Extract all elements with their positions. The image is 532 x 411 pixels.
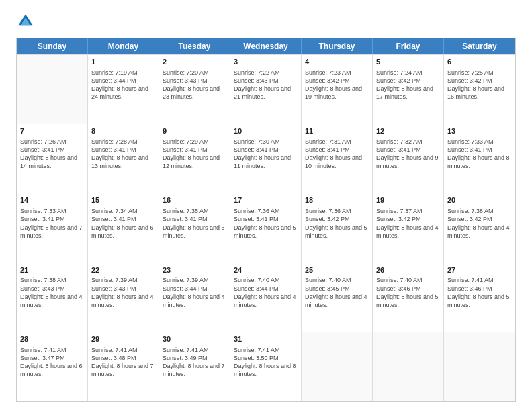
header-day-thursday: Thursday — [302, 38, 373, 54]
day-cell-1: 1Sunrise: 7:19 AMSunset: 3:44 PMDaylight… — [88, 55, 159, 124]
day-number: 4 — [305, 57, 369, 67]
cell-info: Sunrise: 7:39 AMSunset: 3:44 PMDaylight:… — [163, 276, 226, 309]
calendar-row-3: 14Sunrise: 7:33 AMSunset: 3:41 PMDayligh… — [17, 193, 515, 262]
calendar-row-2: 7Sunrise: 7:26 AMSunset: 3:41 PMDaylight… — [17, 124, 515, 193]
cell-info: Sunrise: 7:33 AMSunset: 3:41 PMDaylight:… — [20, 207, 84, 240]
day-cell-2: 2Sunrise: 7:20 AMSunset: 3:43 PMDaylight… — [159, 55, 230, 124]
page-header — [16, 12, 516, 31]
day-cell-11: 11Sunrise: 7:31 AMSunset: 3:41 PMDayligh… — [302, 124, 373, 193]
day-cell-31: 31Sunrise: 7:41 AMSunset: 3:50 PMDayligh… — [230, 332, 302, 401]
calendar-body: 1Sunrise: 7:19 AMSunset: 3:44 PMDaylight… — [17, 54, 515, 401]
calendar-row-4: 21Sunrise: 7:38 AMSunset: 3:43 PMDayligh… — [17, 263, 515, 332]
calendar-page: SundayMondayTuesdayWednesdayThursdayFrid… — [0, 0, 532, 411]
day-number: 31 — [234, 334, 298, 345]
day-cell-18: 18Sunrise: 7:36 AMSunset: 3:42 PMDayligh… — [302, 193, 373, 262]
header-day-tuesday: Tuesday — [159, 38, 230, 54]
day-number: 11 — [305, 126, 369, 136]
cell-info: Sunrise: 7:23 AMSunset: 3:42 PMDaylight:… — [305, 68, 369, 101]
day-number: 5 — [376, 57, 440, 67]
day-cell-30: 30Sunrise: 7:41 AMSunset: 3:49 PMDayligh… — [159, 332, 230, 401]
header-day-wednesday: Wednesday — [230, 38, 302, 54]
cell-info: Sunrise: 7:38 AMSunset: 3:43 PMDaylight:… — [20, 276, 84, 309]
logo-icon — [16, 12, 35, 31]
day-number: 28 — [20, 334, 84, 345]
day-cell-22: 22Sunrise: 7:39 AMSunset: 3:43 PMDayligh… — [88, 263, 159, 332]
day-number: 7 — [20, 126, 84, 136]
cell-info: Sunrise: 7:41 AMSunset: 3:48 PMDaylight:… — [91, 346, 155, 379]
cell-info: Sunrise: 7:36 AMSunset: 3:41 PMDaylight:… — [234, 207, 298, 240]
cell-info: Sunrise: 7:40 AMSunset: 3:45 PMDaylight:… — [305, 276, 369, 309]
header-day-friday: Friday — [373, 38, 444, 54]
day-cell-26: 26Sunrise: 7:40 AMSunset: 3:46 PMDayligh… — [373, 263, 444, 332]
day-cell-28: 28Sunrise: 7:41 AMSunset: 3:47 PMDayligh… — [17, 332, 88, 401]
day-number: 23 — [163, 265, 226, 275]
day-number: 12 — [376, 126, 440, 136]
cell-info: Sunrise: 7:41 AMSunset: 3:50 PMDaylight:… — [234, 346, 298, 379]
day-cell-16: 16Sunrise: 7:35 AMSunset: 3:41 PMDayligh… — [159, 193, 230, 262]
day-cell-14: 14Sunrise: 7:33 AMSunset: 3:41 PMDayligh… — [17, 193, 88, 262]
header-day-monday: Monday — [88, 38, 159, 54]
calendar: SundayMondayTuesdayWednesdayThursdayFrid… — [16, 38, 516, 402]
cell-info: Sunrise: 7:34 AMSunset: 3:41 PMDaylight:… — [91, 207, 155, 240]
day-cell-21: 21Sunrise: 7:38 AMSunset: 3:43 PMDayligh… — [17, 263, 88, 332]
day-cell-8: 8Sunrise: 7:28 AMSunset: 3:41 PMDaylight… — [88, 124, 159, 193]
cell-info: Sunrise: 7:38 AMSunset: 3:42 PMDaylight:… — [447, 207, 512, 240]
empty-cell — [444, 332, 515, 401]
day-number: 8 — [91, 126, 155, 136]
cell-info: Sunrise: 7:29 AMSunset: 3:41 PMDaylight:… — [163, 138, 226, 171]
cell-info: Sunrise: 7:30 AMSunset: 3:41 PMDaylight:… — [234, 138, 298, 171]
logo — [16, 12, 38, 31]
day-cell-24: 24Sunrise: 7:40 AMSunset: 3:44 PMDayligh… — [230, 263, 302, 332]
cell-info: Sunrise: 7:26 AMSunset: 3:41 PMDaylight:… — [20, 138, 84, 171]
day-cell-23: 23Sunrise: 7:39 AMSunset: 3:44 PMDayligh… — [159, 263, 230, 332]
cell-info: Sunrise: 7:37 AMSunset: 3:42 PMDaylight:… — [376, 207, 440, 240]
day-cell-3: 3Sunrise: 7:22 AMSunset: 3:43 PMDaylight… — [230, 55, 302, 124]
day-cell-27: 27Sunrise: 7:41 AMSunset: 3:46 PMDayligh… — [444, 263, 515, 332]
day-number: 9 — [163, 126, 226, 136]
day-number: 16 — [163, 195, 226, 205]
day-number: 29 — [91, 334, 155, 345]
day-number: 15 — [91, 195, 155, 205]
cell-info: Sunrise: 7:40 AMSunset: 3:44 PMDaylight:… — [234, 276, 298, 309]
day-cell-19: 19Sunrise: 7:37 AMSunset: 3:42 PMDayligh… — [373, 193, 444, 262]
cell-info: Sunrise: 7:25 AMSunset: 3:42 PMDaylight:… — [447, 68, 512, 101]
day-number: 13 — [447, 126, 512, 136]
day-number: 21 — [20, 265, 84, 275]
day-number: 1 — [91, 57, 155, 67]
cell-info: Sunrise: 7:35 AMSunset: 3:41 PMDaylight:… — [163, 207, 226, 240]
day-number: 6 — [447, 57, 512, 67]
cell-info: Sunrise: 7:28 AMSunset: 3:41 PMDaylight:… — [91, 138, 155, 171]
cell-info: Sunrise: 7:20 AMSunset: 3:43 PMDaylight:… — [163, 68, 226, 101]
day-cell-17: 17Sunrise: 7:36 AMSunset: 3:41 PMDayligh… — [230, 193, 302, 262]
calendar-row-5: 28Sunrise: 7:41 AMSunset: 3:47 PMDayligh… — [17, 332, 515, 401]
day-cell-20: 20Sunrise: 7:38 AMSunset: 3:42 PMDayligh… — [444, 193, 515, 262]
day-cell-6: 6Sunrise: 7:25 AMSunset: 3:42 PMDaylight… — [444, 55, 515, 124]
cell-info: Sunrise: 7:31 AMSunset: 3:41 PMDaylight:… — [305, 138, 369, 171]
day-cell-9: 9Sunrise: 7:29 AMSunset: 3:41 PMDaylight… — [159, 124, 230, 193]
cell-info: Sunrise: 7:41 AMSunset: 3:47 PMDaylight:… — [20, 346, 84, 379]
calendar-row-1: 1Sunrise: 7:19 AMSunset: 3:44 PMDaylight… — [17, 54, 515, 124]
empty-cell — [302, 332, 373, 401]
cell-info: Sunrise: 7:39 AMSunset: 3:43 PMDaylight:… — [91, 276, 155, 309]
day-number: 19 — [376, 195, 440, 205]
day-cell-13: 13Sunrise: 7:33 AMSunset: 3:41 PMDayligh… — [444, 124, 515, 193]
day-number: 22 — [91, 265, 155, 275]
cell-info: Sunrise: 7:24 AMSunset: 3:42 PMDaylight:… — [376, 68, 440, 101]
day-cell-7: 7Sunrise: 7:26 AMSunset: 3:41 PMDaylight… — [17, 124, 88, 193]
day-cell-29: 29Sunrise: 7:41 AMSunset: 3:48 PMDayligh… — [88, 332, 159, 401]
day-cell-12: 12Sunrise: 7:32 AMSunset: 3:41 PMDayligh… — [373, 124, 444, 193]
day-number: 30 — [163, 334, 226, 345]
day-number: 18 — [305, 195, 369, 205]
day-cell-15: 15Sunrise: 7:34 AMSunset: 3:41 PMDayligh… — [88, 193, 159, 262]
day-cell-4: 4Sunrise: 7:23 AMSunset: 3:42 PMDaylight… — [302, 55, 373, 124]
cell-info: Sunrise: 7:41 AMSunset: 3:49 PMDaylight:… — [163, 346, 226, 379]
day-number: 24 — [234, 265, 298, 275]
cell-info: Sunrise: 7:19 AMSunset: 3:44 PMDaylight:… — [91, 68, 155, 101]
day-number: 17 — [234, 195, 298, 205]
day-number: 10 — [234, 126, 298, 136]
day-cell-10: 10Sunrise: 7:30 AMSunset: 3:41 PMDayligh… — [230, 124, 302, 193]
cell-info: Sunrise: 7:36 AMSunset: 3:42 PMDaylight:… — [305, 207, 369, 240]
cell-info: Sunrise: 7:22 AMSunset: 3:43 PMDaylight:… — [234, 68, 298, 101]
day-number: 2 — [163, 57, 226, 67]
cell-info: Sunrise: 7:41 AMSunset: 3:46 PMDaylight:… — [447, 276, 512, 309]
